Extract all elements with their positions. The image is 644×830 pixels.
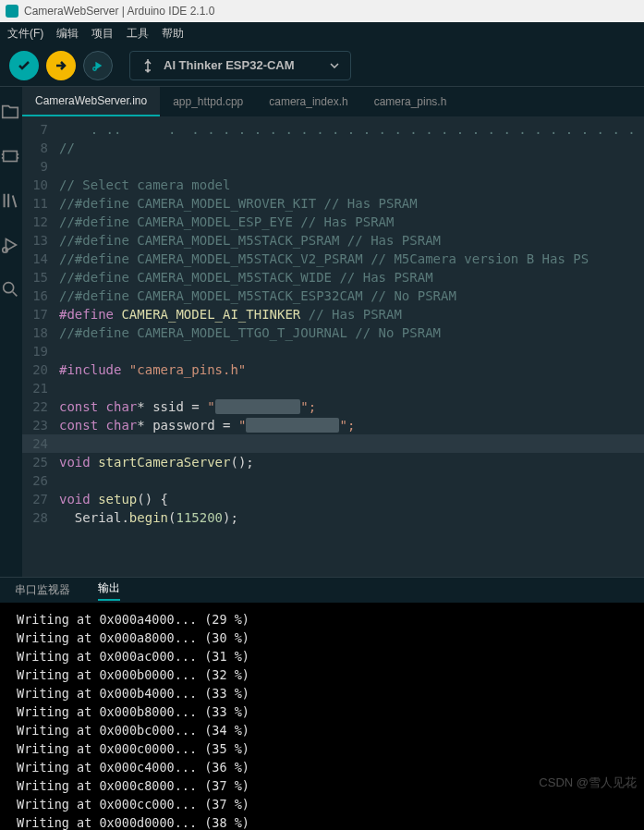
chevron-down-icon [330, 63, 339, 68]
menu-help[interactable]: 帮助 [162, 26, 184, 42]
usb-icon [141, 58, 154, 73]
tab-main[interactable]: CameraWebServer.ino [22, 87, 160, 116]
menu-file[interactable]: 文件(F) [7, 26, 43, 42]
tab-pins[interactable]: camera_pins.h [361, 87, 460, 116]
svg-point-1 [147, 69, 150, 72]
bottom-panel: 串口监视器 输出 Writing at 0x000a4000... (29 %)… [0, 577, 644, 830]
svg-point-3 [3, 248, 8, 253]
svg-point-0 [93, 67, 97, 70]
check-icon [17, 58, 31, 73]
serial-monitor-tab[interactable]: 串口监视器 [15, 582, 70, 598]
toolbar: AI Thinker ESP32-CAM [0, 44, 644, 87]
output-console[interactable]: Writing at 0x000a4000... (29 %) Writing … [0, 603, 644, 830]
debug-sidebar-icon[interactable] [0, 235, 22, 257]
app-icon [6, 5, 18, 18]
menubar: 文件(F) 编辑 项目 工具 帮助 [0, 22, 644, 44]
tab-httpd[interactable]: app_httpd.cpp [160, 87, 256, 116]
watermark: CSDN @雪人见花 [539, 775, 637, 791]
titlebar: CameraWebServer | Arduino IDE 2.1.0 [0, 0, 644, 22]
debug-icon [91, 59, 104, 72]
tab-index[interactable]: camera_index.h [256, 87, 360, 116]
svg-rect-2 [4, 152, 18, 162]
editor-tabs: CameraWebServer.ino app_httpd.cpp camera… [22, 87, 644, 116]
code-editor[interactable]: 7 . .. . . . . . . . . . . . . . . . . .… [22, 116, 644, 577]
arrow-right-icon [54, 58, 68, 73]
board-name: AI Thinker ESP32-CAM [164, 58, 295, 72]
verify-button[interactable] [9, 51, 39, 80]
search-icon[interactable] [0, 279, 22, 301]
menu-project[interactable]: 项目 [91, 26, 114, 42]
sidebar [0, 87, 22, 577]
window-title: CameraWebServer | Arduino IDE 2.1.0 [24, 5, 214, 18]
upload-button[interactable] [46, 51, 76, 80]
library-icon[interactable] [0, 190, 22, 213]
svg-point-4 [4, 283, 14, 293]
menu-edit[interactable]: 编辑 [56, 26, 79, 42]
folder-icon[interactable] [0, 102, 22, 124]
boards-icon[interactable] [0, 146, 22, 168]
output-tab[interactable]: 输出 [98, 580, 120, 601]
board-selector[interactable]: AI Thinker ESP32-CAM [129, 51, 351, 80]
menu-tools[interactable]: 工具 [127, 26, 149, 42]
debug-button[interactable] [83, 51, 113, 80]
